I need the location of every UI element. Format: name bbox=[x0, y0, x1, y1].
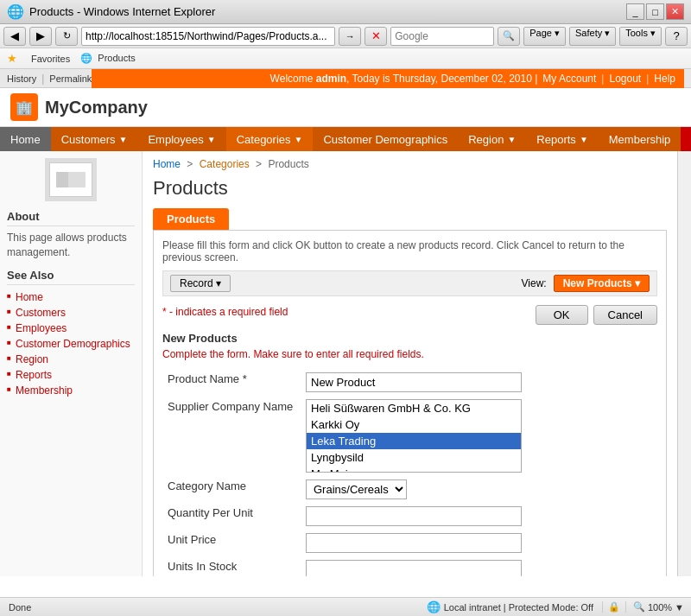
product-name-input[interactable] bbox=[306, 372, 522, 392]
browser-icon: 🌐 bbox=[7, 3, 24, 20]
zoom-icon: 🔍 bbox=[633, 601, 645, 613]
sidebar-link-reports[interactable]: Reports bbox=[7, 367, 135, 383]
nav-customers[interactable]: Customers▼ bbox=[51, 127, 138, 151]
zoom-arrow: ▼ bbox=[675, 602, 684, 613]
page-title: Products bbox=[143, 174, 677, 208]
about-text: This page allows products management. bbox=[7, 231, 135, 260]
zoom-area: 🔍 100% ▼ bbox=[625, 601, 691, 613]
supplier-item-3[interactable]: Lyngbysild bbox=[307, 449, 521, 466]
breadcrumb: Home > Categories > Products bbox=[143, 151, 677, 174]
category-row: Category Name Grains/Cereals Beverages C… bbox=[162, 476, 657, 503]
supplier-row: Supplier Company Name Heli Süßwaren GmbH… bbox=[162, 396, 657, 476]
safety-button[interactable]: Safety ▾ bbox=[569, 27, 616, 46]
minimize-button[interactable]: _ bbox=[626, 3, 644, 20]
units-stock-input[interactable] bbox=[306, 560, 522, 576]
stop-button[interactable]: ✕ bbox=[365, 27, 387, 46]
permalink-link[interactable]: Permalink bbox=[49, 73, 92, 84]
nav-home[interactable]: Home bbox=[0, 127, 51, 151]
breadcrumb-products: Products bbox=[268, 158, 308, 170]
employees-arrow: ▼ bbox=[207, 135, 216, 144]
forward-button[interactable]: ▶ bbox=[29, 27, 52, 46]
units-stock-field bbox=[301, 556, 657, 576]
tools-button[interactable]: Tools ▾ bbox=[619, 27, 662, 46]
units-stock-row: Units In Stock bbox=[162, 556, 657, 576]
my-account-link[interactable]: My Account bbox=[542, 73, 596, 85]
see-also-title: See Also bbox=[7, 269, 135, 285]
quantity-field bbox=[301, 503, 657, 530]
nav-membership[interactable]: Membership bbox=[599, 127, 681, 151]
address-bar[interactable] bbox=[81, 27, 335, 46]
search-input[interactable] bbox=[390, 27, 494, 46]
form-section-title: New Products bbox=[162, 332, 657, 345]
unit-price-field bbox=[301, 530, 657, 556]
refresh-button[interactable]: ↻ bbox=[55, 27, 78, 46]
sidebar-link-customers[interactable]: Customers bbox=[7, 305, 135, 321]
cancel-button-top[interactable]: Cancel bbox=[593, 305, 657, 325]
nav-site-actions[interactable]: Site Actions▼ bbox=[681, 127, 691, 151]
quantity-input[interactable] bbox=[306, 506, 522, 526]
help-link[interactable]: Help bbox=[654, 73, 675, 85]
nav-categories[interactable]: Categories▼ bbox=[226, 127, 314, 151]
security-icon-area: 🔒 bbox=[602, 601, 625, 613]
supplier-item-0[interactable]: Heli Süßwaren GmbH & Co. KG bbox=[307, 400, 521, 416]
page-button[interactable]: Page ▾ bbox=[523, 27, 566, 46]
scrollbar[interactable] bbox=[677, 151, 691, 576]
help-button[interactable]: ? bbox=[665, 27, 688, 46]
new-products-button[interactable]: New Products ▾ bbox=[554, 275, 650, 292]
search-button[interactable]: 🔍 bbox=[498, 27, 520, 46]
category-field: Grains/Cereals Beverages Condiments Conf… bbox=[301, 476, 657, 503]
nav-bar: Home Customers▼ Employees▼ Categories▼ C… bbox=[0, 127, 691, 151]
browser-toolbar: ◀ ▶ ↻ → ✕ 🔍 Page ▾ Safety ▾ Tools ▾ ? bbox=[0, 24, 691, 48]
ok-button-top[interactable]: OK bbox=[536, 305, 588, 325]
view-label: View: bbox=[522, 277, 547, 289]
supplier-label: Supplier Company Name bbox=[162, 396, 301, 476]
status-bar: Done 🌐 Local intranet | Protected Mode: … bbox=[0, 597, 691, 616]
favorites-button[interactable]: Favorites bbox=[31, 54, 70, 64]
nav-employees[interactable]: Employees▼ bbox=[137, 127, 225, 151]
status-zone-area: 🌐 Local intranet | Protected Mode: Off bbox=[418, 600, 602, 613]
quantity-label: Quantity Per Unit bbox=[162, 503, 301, 530]
history-link[interactable]: History bbox=[7, 73, 36, 84]
nav-region[interactable]: Region▼ bbox=[458, 127, 526, 151]
sidebar-link-customer-demographics[interactable]: Customer Demographics bbox=[7, 336, 135, 352]
nav-reports[interactable]: Reports▼ bbox=[526, 127, 598, 151]
nav-customer-demographics[interactable]: Customer Demographics bbox=[313, 127, 458, 151]
go-button[interactable]: → bbox=[339, 27, 361, 46]
unit-price-input[interactable] bbox=[306, 533, 522, 553]
favorites-bar: ★ Favorites 🌐 Products bbox=[0, 48, 691, 69]
supplier-item-4[interactable]: Ma Maison bbox=[307, 466, 521, 473]
zoom-level: 100% bbox=[648, 602, 672, 613]
tab-products[interactable]: 🌐 Products bbox=[80, 53, 135, 64]
welcome-text: Welcome admin, Today is Thursday, Decemb… bbox=[270, 73, 538, 85]
sidebar-link-home[interactable]: Home bbox=[7, 289, 135, 305]
region-arrow: ▼ bbox=[507, 135, 516, 144]
site-header: 🏢 MyCompany bbox=[0, 88, 691, 127]
company-name: MyCompany bbox=[45, 98, 148, 117]
breadcrumb-home[interactable]: Home bbox=[153, 158, 181, 170]
breadcrumb-categories[interactable]: Categories bbox=[200, 158, 250, 170]
category-select[interactable]: Grains/Cereals Beverages Condiments Conf… bbox=[306, 479, 407, 499]
browser-title-bar: 🌐 Products - Windows Internet Explorer _… bbox=[0, 0, 691, 24]
reports-arrow: ▼ bbox=[580, 135, 588, 144]
sidebar-link-membership[interactable]: Membership bbox=[7, 383, 135, 398]
lock-icon: 🔒 bbox=[608, 601, 620, 612]
browser-title: Products - Windows Internet Explorer bbox=[29, 5, 215, 18]
close-button[interactable]: ✕ bbox=[666, 3, 684, 20]
back-button[interactable]: ◀ bbox=[3, 27, 26, 46]
products-tab[interactable]: Products bbox=[153, 208, 229, 230]
supplier-item-1[interactable]: Karkki Oy bbox=[307, 416, 521, 433]
supplier-item-2[interactable]: Leka Trading bbox=[307, 433, 521, 449]
form-description: Please fill this form and click OK butto… bbox=[162, 239, 657, 264]
product-name-label: Product Name * bbox=[162, 369, 301, 396]
units-stock-label: Units In Stock bbox=[162, 556, 301, 576]
sidebar-link-employees[interactable]: Employees bbox=[7, 321, 135, 336]
sidebar-about-section: About This page allows products manageme… bbox=[7, 210, 135, 260]
record-button[interactable]: Record ▾ bbox=[170, 275, 231, 292]
supplier-listbox[interactable]: Heli Süßwaren GmbH & Co. KG Karkki Oy Le… bbox=[306, 399, 522, 473]
company-logo: 🏢 bbox=[10, 93, 38, 121]
maximize-button[interactable]: □ bbox=[646, 3, 664, 20]
sidebar-link-region[interactable]: Region bbox=[7, 352, 135, 367]
supplier-field: Heli Süßwaren GmbH & Co. KG Karkki Oy Le… bbox=[301, 396, 657, 476]
logout-link[interactable]: Logout bbox=[609, 73, 641, 85]
customers-arrow: ▼ bbox=[119, 135, 128, 144]
